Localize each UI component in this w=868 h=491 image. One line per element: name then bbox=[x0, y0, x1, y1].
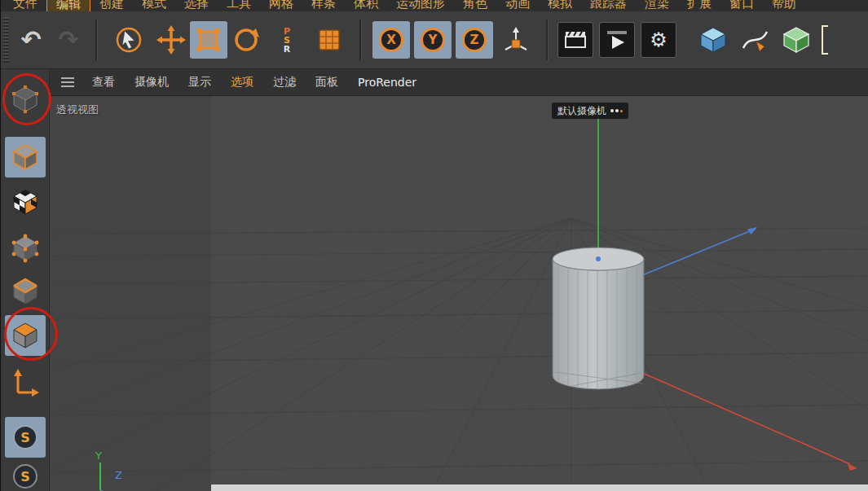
menu-item[interactable]: 渲染 bbox=[636, 0, 678, 11]
viewport-menu-item-prorender[interactable]: ProRender bbox=[348, 76, 426, 89]
viewport-menu-item-options[interactable]: 选项 bbox=[221, 75, 263, 90]
cinema4d-window: 文件 编辑 创建 模式 选择 工具 网格 样条 体积 运动图形 角色 动画 模拟… bbox=[0, 0, 868, 491]
enable-axis-button[interactable] bbox=[5, 362, 46, 403]
menu-item[interactable]: 样条 bbox=[302, 0, 345, 11]
menu-item[interactable]: 动画 bbox=[496, 0, 539, 11]
generator-cube-icon bbox=[782, 25, 811, 55]
rotate-tool-button[interactable] bbox=[227, 21, 265, 59]
redo-button[interactable]: ↷ bbox=[50, 21, 87, 59]
lock-x-axis-button[interactable]: X bbox=[372, 21, 410, 59]
menu-item[interactable]: 扩展 bbox=[678, 0, 720, 11]
bottom-edge-strip bbox=[211, 484, 868, 491]
menu-item[interactable]: 跟踪器 bbox=[581, 0, 636, 11]
gear-icon: ⚙ bbox=[650, 30, 668, 50]
render-picture-viewer-icon bbox=[605, 28, 629, 51]
render-view-button[interactable] bbox=[557, 22, 593, 58]
workplane-button[interactable] bbox=[311, 21, 348, 59]
menu-item[interactable]: 窗口 bbox=[720, 0, 763, 11]
viewport-canvas[interactable]: 透视视图 默认摄像机 bbox=[50, 96, 868, 491]
move-tool-button[interactable] bbox=[152, 21, 190, 59]
scale-tool-icon bbox=[193, 24, 224, 55]
lock-z-axis-button[interactable]: Z bbox=[456, 21, 493, 59]
svg-text:S: S bbox=[20, 430, 30, 445]
svg-text:Z: Z bbox=[115, 469, 122, 481]
snap-button[interactable]: S bbox=[5, 417, 46, 458]
texture-mode-icon bbox=[8, 185, 42, 219]
render-picture-viewer-button[interactable] bbox=[599, 22, 635, 58]
y-axis-icon: Y bbox=[421, 28, 445, 52]
menu-item[interactable]: 文件 bbox=[4, 0, 46, 11]
menu-item[interactable]: 模式 bbox=[133, 0, 175, 11]
svg-text:S: S bbox=[20, 469, 30, 484]
make-editable-icon bbox=[8, 82, 42, 116]
coordinate-system-button[interactable] bbox=[497, 21, 535, 59]
menu-item[interactable]: 角色 bbox=[454, 0, 496, 11]
add-cube-primitive-button[interactable] bbox=[694, 21, 732, 59]
camera-tag-icon bbox=[610, 109, 623, 112]
psr-icon: P S R bbox=[284, 27, 290, 54]
snap-secondary-icon: S bbox=[8, 459, 42, 491]
view-label: 透视视图 bbox=[56, 103, 99, 117]
viewport-menu-item[interactable]: 显示 bbox=[178, 75, 221, 90]
x-axis-icon: X bbox=[379, 28, 403, 52]
cube-primitive-icon bbox=[698, 25, 728, 55]
live-selection-button[interactable] bbox=[110, 21, 148, 59]
rotate-tool-icon bbox=[231, 24, 262, 55]
toolbar-grip-handle[interactable] bbox=[3, 17, 9, 63]
snap-icon: S bbox=[8, 420, 42, 454]
undo-button[interactable]: ↶ bbox=[12, 21, 50, 59]
enable-axis-icon bbox=[8, 366, 42, 400]
polygon-mode-icon bbox=[8, 318, 42, 353]
palette-edge-bracket bbox=[822, 25, 828, 55]
model-mode-icon bbox=[8, 140, 42, 174]
undo-icon: ↶ bbox=[20, 28, 41, 52]
viewport-menu-item[interactable]: 面板 bbox=[306, 75, 348, 90]
svg-text:Y: Y bbox=[95, 449, 102, 462]
menu-item[interactable]: 选择 bbox=[175, 0, 218, 11]
viewport-menu-icon[interactable] bbox=[61, 77, 74, 87]
menu-item[interactable]: 模拟 bbox=[539, 0, 581, 11]
add-generator-button[interactable] bbox=[778, 21, 815, 59]
edge-mode-button[interactable] bbox=[5, 271, 46, 312]
edge-mode-icon bbox=[8, 274, 42, 309]
workplane-icon bbox=[315, 26, 343, 54]
spline-pen-button[interactable] bbox=[736, 21, 773, 59]
menu-item[interactable]: 创建 bbox=[90, 0, 133, 11]
render-settings-button[interactable]: ⚙ bbox=[641, 22, 676, 58]
cylinder-object[interactable] bbox=[553, 248, 644, 389]
redo-icon: ↷ bbox=[58, 28, 78, 52]
move-tool-icon bbox=[156, 24, 187, 55]
polygon-mode-button[interactable] bbox=[5, 315, 46, 356]
scale-tool-button[interactable] bbox=[190, 21, 227, 59]
point-mode-icon bbox=[8, 231, 42, 265]
menu-item[interactable]: 运动图形 bbox=[387, 0, 454, 11]
menu-item[interactable]: 体积 bbox=[345, 0, 387, 11]
toolbar-separator bbox=[546, 20, 548, 60]
render-view-icon bbox=[563, 29, 588, 50]
make-editable-button[interactable] bbox=[5, 79, 46, 120]
psr-button[interactable]: P S R bbox=[268, 21, 306, 59]
model-mode-button[interactable] bbox=[5, 137, 46, 178]
viewport-menu-item[interactable]: 摄像机 bbox=[125, 75, 178, 90]
menu-item-edit[interactable]: 编辑 bbox=[46, 0, 90, 11]
toolbar-separator bbox=[359, 20, 361, 60]
viewport-menubar: 查看 摄像机 显示 选项 过滤 面板 ProRender bbox=[50, 69, 868, 96]
menu-item[interactable]: 帮助 bbox=[763, 0, 805, 11]
menubar: 文件 编辑 创建 模式 选择 工具 网格 样条 体积 运动图形 角色 动画 模拟… bbox=[1, 0, 868, 11]
point-mode-button[interactable] bbox=[5, 228, 46, 269]
menu-item[interactable]: 工具 bbox=[218, 0, 260, 11]
menu-item[interactable]: 网格 bbox=[260, 0, 302, 11]
live-selection-icon bbox=[113, 24, 144, 55]
snap-secondary-button[interactable]: S bbox=[5, 456, 46, 491]
camera-tag[interactable]: 默认摄像机 bbox=[552, 103, 628, 119]
main-toolbar: ↶ ↷ bbox=[1, 11, 868, 69]
texture-mode-button[interactable] bbox=[5, 182, 46, 222]
scene-3d: Y Z bbox=[50, 96, 868, 491]
lock-y-axis-button[interactable]: Y bbox=[414, 21, 452, 59]
spline-pen-icon bbox=[740, 25, 769, 55]
toolbar-separator bbox=[95, 20, 97, 60]
viewport-menu-item[interactable]: 过滤 bbox=[263, 75, 306, 90]
z-axis-icon: Z bbox=[462, 28, 487, 52]
coordinate-system-icon bbox=[499, 23, 533, 57]
viewport-menu-item[interactable]: 查看 bbox=[82, 75, 125, 90]
